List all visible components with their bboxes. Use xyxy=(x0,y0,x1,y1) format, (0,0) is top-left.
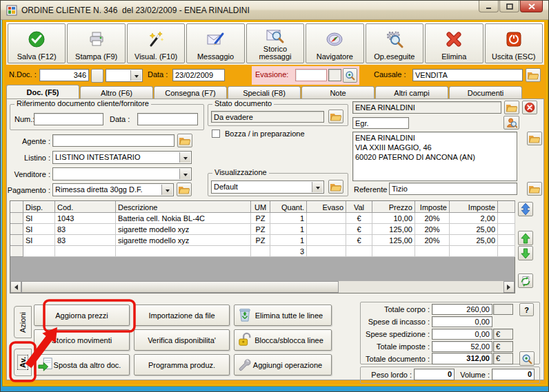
print-button[interactable]: Stampa (F9) xyxy=(67,23,125,63)
cell-quant[interactable]: 1 xyxy=(270,224,307,235)
customer-search-button[interactable] xyxy=(503,116,519,130)
agente-folder-button[interactable] xyxy=(177,134,192,147)
close-button[interactable] xyxy=(520,1,543,12)
tab-speciali[interactable]: Speciali (F8) xyxy=(228,86,301,99)
sposta-doc-button[interactable]: Sposta da altro doc. xyxy=(34,354,130,375)
cell-prezzo[interactable]: 10,00 xyxy=(372,213,415,224)
cell-um[interactable]: PZ xyxy=(251,224,270,235)
listino-select[interactable]: LISTINO INTESTATARIO xyxy=(52,151,192,164)
cell-cod[interactable]: 83 xyxy=(55,224,116,235)
totals-help-button[interactable]: ? xyxy=(519,303,534,316)
refresh-lines-button[interactable] xyxy=(518,274,533,288)
cell-imposte-pct[interactable]: 20% xyxy=(415,224,450,235)
cell-evaso[interactable] xyxy=(307,235,346,246)
minimize-button[interactable] xyxy=(479,1,499,12)
pagamento-folder-button[interactable] xyxy=(177,183,192,196)
cell-disp[interactable]: SI xyxy=(23,235,55,246)
doc-type-select[interactable] xyxy=(106,69,143,82)
spese-spedizione-input[interactable]: 0,00 xyxy=(432,329,492,340)
customer-clear-button[interactable] xyxy=(522,101,537,114)
preview-button[interactable]: Visual. (F10) xyxy=(127,23,185,63)
cell-um[interactable]: PZ xyxy=(251,213,270,224)
col-header-descrizione[interactable]: Descrizione xyxy=(116,202,251,213)
referente-input[interactable]: Tizio xyxy=(389,183,517,195)
causale-input[interactable]: VENDITA xyxy=(412,69,523,81)
cell-imposte-amt[interactable]: 25,00 xyxy=(450,235,498,246)
storico-movimenti-button[interactable]: Storico movimenti xyxy=(34,329,130,351)
cell-prezzo[interactable]: 125,00 xyxy=(372,235,415,246)
elimina-linee-button[interactable]: Elimina tutte le linee xyxy=(234,305,332,326)
venditore-select[interactable] xyxy=(52,167,192,180)
cell-disp[interactable]: SI xyxy=(23,213,55,224)
bozza-checkbox[interactable] xyxy=(212,130,220,138)
side-tab-azioni[interactable]: Azioni xyxy=(14,306,32,338)
visualizzazione-select[interactable]: Default xyxy=(211,180,324,194)
agente-input[interactable] xyxy=(52,134,174,147)
evasione-search-button[interactable] xyxy=(343,68,357,83)
tab-doc[interactable]: Doc. (F5) xyxy=(6,85,79,99)
cell-val[interactable]: € xyxy=(346,235,372,246)
col-header-um[interactable]: UM xyxy=(251,202,270,213)
grid-row-1[interactable]: SI 1043 Batteria cell. Nokia BL-4C PZ 1 … xyxy=(11,213,515,224)
grid-hscrollbar[interactable] xyxy=(10,281,515,293)
cell-evaso[interactable] xyxy=(307,224,346,235)
cell-val[interactable]: € xyxy=(346,224,372,235)
delete-button[interactable]: Elimina xyxy=(425,23,483,63)
row-selector[interactable] xyxy=(11,224,23,235)
cell-descrizione[interactable]: Batteria cell. Nokia BL-4C xyxy=(116,213,251,224)
cell-prezzo[interactable]: 125,00 xyxy=(372,224,415,235)
cell-evaso[interactable] xyxy=(307,213,346,224)
evasione-input[interactable] xyxy=(295,69,327,81)
pagamento-select[interactable]: Rimessa diretta 30gg D.F. xyxy=(52,183,174,196)
customer-address-box[interactable]: ENEA RINALDINI VIA XXIII MAGGIO, 46 6002… xyxy=(352,132,517,181)
tab-documenti[interactable]: Documenti xyxy=(449,86,522,99)
cell-quant[interactable]: 1 xyxy=(270,235,307,246)
customer-name-input[interactable]: ENEA RINALDINI xyxy=(352,101,501,114)
referente-folder-button[interactable] xyxy=(527,182,542,196)
cell-val[interactable]: € xyxy=(346,213,372,224)
cell-cod[interactable]: 1043 xyxy=(55,213,116,224)
col-header-disp[interactable]: Disp. xyxy=(23,202,55,213)
tab-note[interactable]: Note xyxy=(301,86,375,99)
grid-row-2[interactable]: SI 83 sigarette modello xyz PZ 1 € 125,0… xyxy=(11,224,515,235)
cell-imposte-amt[interactable]: 25,00 xyxy=(450,224,498,235)
verifica-disponibilita-button[interactable]: Verifica disponibilita' xyxy=(134,329,230,351)
col-header-imposte-pct[interactable]: Imposte xyxy=(415,202,450,213)
volume-input[interactable]: 0 xyxy=(492,369,535,380)
cell-cod[interactable]: 83 xyxy=(55,235,116,246)
cell-descrizione[interactable]: sigarette modello xyz xyxy=(116,224,251,235)
line-down-button[interactable] xyxy=(518,246,533,260)
cell-imposte-amt[interactable]: 2,00 xyxy=(450,213,498,224)
col-header-imposte-amt[interactable]: Imposte xyxy=(450,202,498,213)
scroll-right-button[interactable] xyxy=(503,281,515,293)
message-button[interactable]: Messaggio xyxy=(186,23,244,63)
side-tab-av[interactable]: Av. xyxy=(14,349,32,376)
peso-lordo-input[interactable]: 0 xyxy=(414,369,455,380)
salutation-input[interactable]: Egr. xyxy=(352,117,409,129)
cell-descrizione[interactable]: sigarette modello xyz xyxy=(116,235,251,246)
totale-zoom-button[interactable] xyxy=(519,351,535,366)
blocca-linee-button[interactable]: Blocca/sblocca linee xyxy=(234,329,332,351)
address-folder-button[interactable] xyxy=(527,132,542,145)
col-header-cod[interactable]: Cod. xyxy=(55,202,116,213)
tab-altri-campi[interactable]: Altri campi xyxy=(375,86,448,99)
aggiungi-operazione-button[interactable]: Aggiungi operazione xyxy=(234,354,332,375)
scroll-left-button[interactable] xyxy=(10,281,21,293)
row-selector[interactable] xyxy=(11,213,23,224)
cell-imposte-pct[interactable]: 20% xyxy=(415,235,450,246)
row-selector[interactable] xyxy=(11,235,23,246)
spese-incasso-input[interactable]: 0,00 xyxy=(432,316,492,327)
ndoc-input[interactable]: 346 xyxy=(39,69,89,81)
tab-altro[interactable]: Altro (F6) xyxy=(80,86,153,99)
causale-folder-button[interactable] xyxy=(526,68,541,82)
grid-row-3[interactable]: SI 83 sigarette modello xyz PZ 1 € 125,0… xyxy=(11,235,515,246)
tab-consegna[interactable]: Consegna (F7) xyxy=(154,86,227,99)
importazione-file-button[interactable]: Importazione da file xyxy=(134,305,230,326)
exit-button[interactable]: Uscita (ESC) xyxy=(485,23,543,63)
col-header-val[interactable]: Val xyxy=(346,202,372,213)
move-line-button[interactable] xyxy=(518,202,533,216)
line-up-button[interactable] xyxy=(518,231,533,245)
aggiorna-prezzi-button[interactable]: Aggiorna prezzi xyxy=(34,305,130,326)
col-header-evaso[interactable]: Evaso xyxy=(307,202,346,213)
col-header-prezzo[interactable]: Prezzo xyxy=(372,202,415,213)
